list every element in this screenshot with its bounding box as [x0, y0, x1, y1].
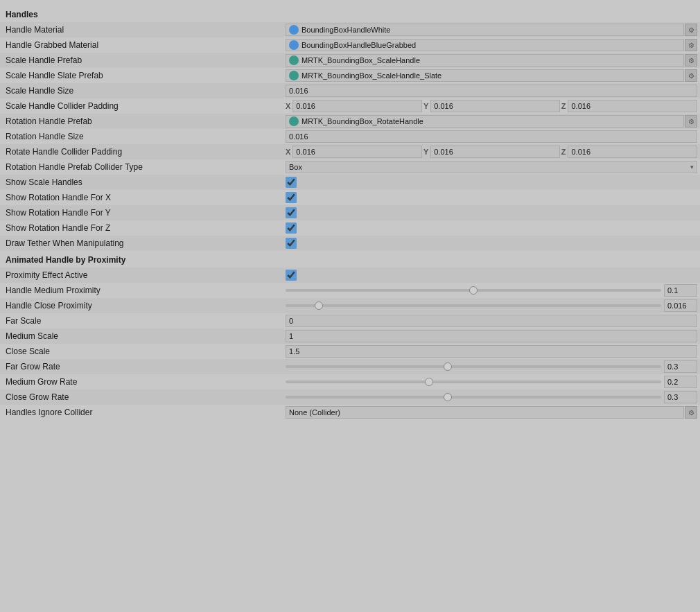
input-close-grow-rate[interactable]: [664, 391, 697, 403]
row-handle-grabbed-material: Handle Grabbed Material BoundingBoxHandl…: [0, 37, 700, 53]
y-input-scale-collider[interactable]: [430, 100, 560, 112]
row-scale-handle-size: Scale Handle Size: [0, 83, 700, 98]
settings-btn-handle-grabbed-material[interactable]: ⚙: [685, 39, 697, 51]
value-show-scale-handles: [286, 177, 697, 188]
xyz-group-rotate-handle-collider: X Y Z: [286, 146, 697, 158]
value-handles-ignore-collider: None (Collider) ⚙: [286, 406, 697, 419]
checkbox-show-rotation-handle-y[interactable]: [286, 207, 297, 218]
row-show-scale-handles: Show Scale Handles: [0, 175, 700, 190]
input-handle-close-proximity[interactable]: [664, 299, 697, 312]
animated-section-title: Animated Handle by Proximity: [0, 251, 700, 268]
input-rotation-handle-size[interactable]: [286, 130, 697, 143]
value-handle-close-proximity: [286, 299, 697, 312]
settings-btn-scale-handle-prefab[interactable]: ⚙: [685, 54, 697, 67]
label-show-rotation-handle-x: Show Rotation Handle For X: [3, 193, 286, 202]
label-handle-material: Handle Material: [3, 25, 286, 35]
slider-far-grow-rate[interactable]: [286, 365, 661, 368]
input-far-scale[interactable]: [286, 315, 697, 327]
text-handle-grabbed-material: BoundingBoxHandleBlueGrabbed: [301, 41, 416, 49]
y-input-rotate-collider[interactable]: [430, 146, 560, 158]
value-rotate-handle-collider-padding: X Y Z: [286, 146, 697, 158]
input-far-grow-rate[interactable]: [664, 360, 697, 373]
x-input-scale-collider[interactable]: [292, 100, 422, 112]
value-proximity-effect-active: [286, 270, 697, 281]
checkbox-show-scale-handles[interactable]: [286, 177, 297, 188]
slider-group-medium-proximity: [286, 284, 697, 297]
x-input-rotate-collider[interactable]: [292, 146, 422, 158]
value-scale-handle-prefab: MRTK_BoundingBox_ScaleHandle ⚙: [286, 54, 697, 67]
label-rotation-handle-prefab: Rotation Handle Prefab: [3, 116, 286, 126]
object-field-rotation-handle-prefab[interactable]: MRTK_BoundingBox_RotateHandle: [286, 115, 684, 128]
row-far-scale: Far Scale: [0, 313, 700, 329]
slider-medium-grow-rate[interactable]: [286, 381, 661, 383]
label-scale-handle-prefab: Scale Handle Prefab: [3, 55, 286, 65]
slider-group-medium-grow-rate: [286, 376, 697, 388]
row-rotate-handle-collider-padding: Rotate Handle Collider Padding X Y Z: [0, 144, 700, 159]
label-close-scale: Close Scale: [3, 347, 286, 356]
settings-btn-handles-ignore-collider[interactable]: ⚙: [685, 406, 697, 419]
value-draw-tether: [286, 238, 697, 249]
slider-group-close-proximity: [286, 299, 697, 312]
row-proximity-effect-active: Proximity Effect Active: [0, 268, 700, 283]
object-field-scale-handle-prefab[interactable]: MRTK_BoundingBox_ScaleHandle: [286, 54, 684, 67]
value-show-rotation-handle-z: [286, 222, 697, 234]
xyz-group-scale-handle-collider: X Y Z: [286, 100, 697, 112]
text-scale-handle-slate-prefab: MRTK_BoundingBox_ScaleHandle_Slate: [301, 71, 441, 80]
icon-handle-grabbed-material: [289, 40, 299, 50]
label-show-rotation-handle-z: Show Rotation Handle For Z: [3, 223, 286, 233]
settings-btn-rotation-handle-prefab[interactable]: ⚙: [685, 115, 697, 128]
handles-section-title: Handles: [0, 6, 700, 22]
z-input-scale-collider[interactable]: [568, 100, 697, 112]
label-scale-handle-collider-padding: Scale Handle Collider Padding: [3, 101, 286, 111]
z-input-rotate-collider[interactable]: [568, 146, 697, 158]
object-field-scale-handle-slate-prefab[interactable]: MRTK_BoundingBox_ScaleHandle_Slate: [286, 69, 684, 82]
checkbox-proximity-effect-active[interactable]: [286, 270, 297, 281]
icon-scale-handle-prefab: [289, 55, 299, 65]
label-proximity-effect-active: Proximity Effect Active: [3, 270, 286, 280]
text-rotation-handle-prefab: MRTK_BoundingBox_RotateHandle: [301, 117, 423, 125]
y-label-rotate-collider: Y: [423, 148, 428, 156]
text-scale-handle-prefab: MRTK_BoundingBox_ScaleHandle: [301, 56, 420, 64]
slider-group-far-grow-rate: [286, 360, 697, 373]
object-field-handle-grabbed-material[interactable]: BoundingBoxHandleBlueGrabbed: [286, 39, 684, 51]
row-handle-close-proximity: Handle Close Proximity: [0, 298, 700, 313]
value-handle-medium-proximity: [286, 284, 697, 297]
row-medium-grow-rate: Medium Grow Rate: [0, 374, 700, 390]
label-show-scale-handles: Show Scale Handles: [3, 177, 286, 187]
label-show-rotation-handle-y: Show Rotation Handle For Y: [3, 208, 286, 218]
row-show-rotation-handle-x: Show Rotation Handle For X: [0, 190, 700, 205]
object-field-handles-ignore-collider[interactable]: None (Collider): [286, 406, 684, 419]
row-handle-medium-proximity: Handle Medium Proximity: [0, 283, 700, 298]
row-close-scale: Close Scale: [0, 344, 700, 359]
settings-btn-scale-handle-slate-prefab[interactable]: ⚙: [685, 69, 697, 82]
value-scale-handle-size: [286, 85, 697, 97]
x-label-rotate-collider: X: [286, 148, 290, 156]
checkbox-draw-tether[interactable]: [286, 238, 297, 249]
y-label-scale-collider: Y: [423, 102, 428, 110]
input-medium-scale[interactable]: [286, 330, 697, 342]
inspector-panel: Handles Handle Material BoundingBoxHandl…: [0, 0, 700, 426]
slider-handle-medium-proximity[interactable]: [286, 289, 661, 292]
object-field-handle-material[interactable]: BoundingBoxHandleWhite: [286, 24, 684, 36]
label-far-scale: Far Scale: [3, 316, 286, 326]
slider-close-grow-rate[interactable]: [286, 396, 661, 399]
checkbox-show-rotation-handle-z[interactable]: [286, 222, 297, 234]
input-scale-handle-size[interactable]: [286, 85, 697, 97]
input-medium-grow-rate[interactable]: [664, 376, 697, 388]
text-handle-material: BoundingBoxHandleWhite: [301, 26, 390, 34]
icon-rotation-handle-prefab: [289, 116, 299, 126]
select-rotation-handle-prefab-collider-type[interactable]: Box Sphere Capsule: [289, 163, 694, 171]
input-close-scale[interactable]: [286, 345, 697, 358]
text-handles-ignore-collider: None (Collider): [289, 408, 340, 417]
input-handle-medium-proximity[interactable]: [664, 284, 697, 297]
label-handle-close-proximity: Handle Close Proximity: [3, 301, 286, 311]
x-label-scale-collider: X: [286, 102, 290, 110]
label-draw-tether: Draw Tether When Manipulating: [3, 238, 286, 248]
checkbox-show-rotation-handle-x[interactable]: [286, 192, 297, 203]
settings-btn-handle-material[interactable]: ⚙: [685, 24, 697, 36]
value-close-grow-rate: [286, 391, 697, 403]
dropdown-rotation-handle-prefab-collider-type[interactable]: Box Sphere Capsule ▾: [286, 161, 697, 173]
value-medium-scale: [286, 330, 697, 342]
slider-handle-close-proximity[interactable]: [286, 304, 661, 307]
value-rotation-handle-prefab: MRTK_BoundingBox_RotateHandle ⚙: [286, 115, 697, 128]
